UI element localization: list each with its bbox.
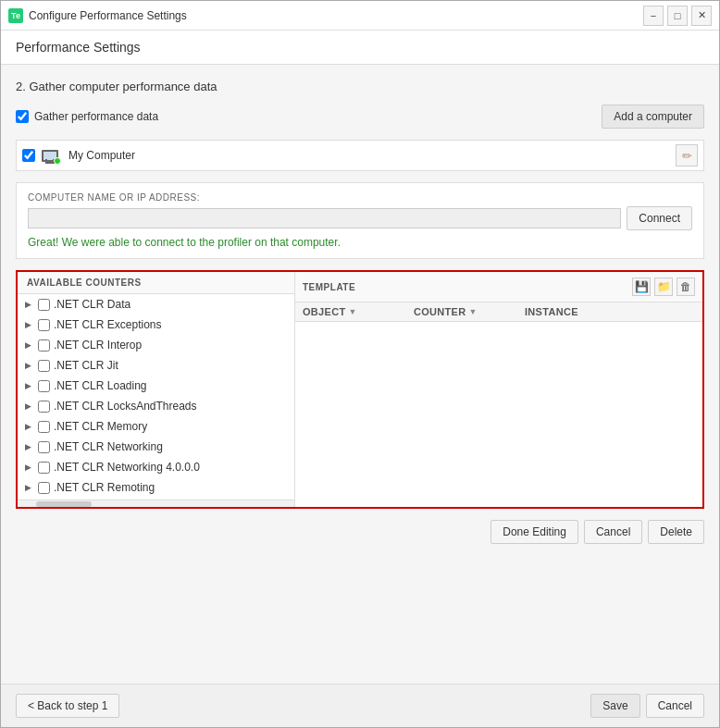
- computer-icon: [41, 148, 59, 163]
- pencil-icon: ✏: [682, 149, 692, 163]
- page-title: Performance Settings: [16, 40, 141, 55]
- ip-row: Connect: [28, 206, 692, 230]
- scrollbar-thumb: [36, 501, 92, 507]
- connect-message: Great! We were able to connect to the pr…: [28, 236, 692, 249]
- cancel-action-button[interactable]: Cancel: [584, 520, 642, 544]
- cancel-button[interactable]: Cancel: [646, 694, 704, 718]
- close-button[interactable]: ✕: [691, 6, 712, 26]
- bottom-bar: < Back to step 1 Save Cancel: [1, 684, 719, 727]
- page-header: Performance Settings: [1, 31, 719, 65]
- horizontal-scrollbar[interactable]: [18, 500, 294, 507]
- folder-icon: 📁: [657, 280, 671, 293]
- done-editing-button[interactable]: Done Editing: [490, 520, 578, 544]
- counter-checkbox-8[interactable]: [38, 462, 50, 474]
- connection-status-dot: [54, 157, 61, 165]
- expand-arrow-icon: ▶: [25, 422, 34, 431]
- maximize-button[interactable]: □: [667, 6, 688, 26]
- gather-label-text: Gather performance data: [34, 110, 158, 123]
- counter-checkbox-2[interactable]: [38, 339, 50, 352]
- counter-label: .NET CLR Exceptions: [54, 318, 162, 331]
- delete-template-button[interactable]: 🗑: [677, 278, 695, 296]
- expand-arrow-icon: ▶: [25, 483, 34, 492]
- counter-item[interactable]: ▶ .NET CLR Networking: [18, 437, 294, 457]
- ip-section: COMPUTER NAME OR IP ADDRESS: Connect Gre…: [16, 182, 704, 259]
- computer-checkbox[interactable]: [22, 149, 35, 162]
- counter-item[interactable]: ▶ .NET CLR LocksAndThreads: [18, 396, 294, 416]
- counter-label: .NET CLR Jit: [54, 359, 118, 372]
- counter-item[interactable]: ▶ .NET CLR Memory: [18, 416, 294, 437]
- available-counters-panel: AVAILABLE COUNTERS ▶ .NET CLR Data ▶ .NE…: [18, 272, 295, 507]
- counter-column-header: COUNTER ▼: [406, 302, 517, 321]
- trash-icon: 🗑: [680, 280, 691, 293]
- counter-label: .NET CLR Loading: [54, 379, 147, 392]
- gather-row: Gather performance data Add a computer: [16, 105, 704, 129]
- counter-label: .NET CLR Interop: [54, 339, 142, 352]
- counter-item[interactable]: ▶ .NET CLR Jit: [18, 355, 294, 376]
- action-row: Done Editing Cancel Delete: [16, 520, 704, 544]
- expand-arrow-icon: ▶: [25, 442, 34, 451]
- ip-label: COMPUTER NAME OR IP ADDRESS:: [28, 192, 692, 203]
- template-header-row: TEMPLATE 💾 📁 🗑: [295, 272, 702, 302]
- expand-arrow-icon: ▶: [25, 401, 34, 411]
- bottom-right-buttons: Save Cancel: [590, 694, 704, 718]
- object-filter-icon[interactable]: ▼: [348, 307, 356, 316]
- window: Te Configure Performance Settings − □ ✕ …: [0, 0, 720, 728]
- minimize-button[interactable]: −: [643, 6, 664, 26]
- save-template-button[interactable]: 💾: [632, 278, 651, 296]
- template-body: [295, 322, 702, 507]
- counter-label: .NET CLR Memory: [54, 420, 147, 433]
- back-button[interactable]: < Back to step 1: [16, 694, 119, 718]
- counter-item[interactable]: ▶ .NET CLR Networking 4.0.0.0: [18, 457, 294, 477]
- computer-name: My Computer: [65, 147, 670, 164]
- step-title: 2. Gather computer performance data: [16, 80, 704, 93]
- counter-checkbox-5[interactable]: [38, 401, 50, 413]
- open-template-button[interactable]: 📁: [654, 278, 673, 296]
- template-panel: TEMPLATE 💾 📁 🗑: [295, 272, 702, 507]
- counter-label: .NET CLR Networking 4.0.0.0: [54, 461, 200, 474]
- edit-computer-button[interactable]: ✏: [676, 144, 698, 167]
- counter-checkbox-7[interactable]: [38, 441, 50, 453]
- connect-button[interactable]: Connect: [627, 206, 692, 230]
- ip-input[interactable]: [28, 208, 621, 228]
- save-icon: 💾: [635, 280, 649, 293]
- main-content: 2. Gather computer performance data Gath…: [1, 65, 719, 684]
- gather-checkbox[interactable]: [16, 110, 29, 123]
- expand-arrow-icon: ▶: [25, 361, 34, 370]
- counter-checkbox-4[interactable]: [38, 380, 50, 392]
- instance-column-header: INSTANCE: [517, 302, 702, 321]
- counter-label: .NET CLR LocksAndThreads: [54, 400, 197, 413]
- template-columns-header: OBJECT ▼ COUNTER ▼ INSTANCE: [295, 302, 702, 322]
- expand-arrow-icon: ▶: [25, 300, 34, 309]
- add-computer-button[interactable]: Add a computer: [602, 105, 704, 129]
- counter-label: .NET CLR Data: [54, 298, 130, 311]
- window-title: Configure Performance Settings: [29, 9, 643, 22]
- expand-arrow-icon: ▶: [25, 463, 34, 472]
- expand-arrow-icon: ▶: [25, 381, 34, 390]
- counter-checkbox-9[interactable]: [38, 482, 50, 494]
- counter-item[interactable]: ▶ .NET CLR Data: [18, 294, 294, 315]
- gather-label[interactable]: Gather performance data: [16, 110, 158, 123]
- template-icon-buttons: 💾 📁 🗑: [632, 278, 695, 296]
- counter-checkbox-6[interactable]: [38, 421, 50, 433]
- template-label: TEMPLATE: [303, 282, 355, 292]
- counter-item[interactable]: ▶ .NET CLR Loading: [18, 376, 294, 396]
- computer-row: My Computer ✏: [16, 140, 704, 171]
- window-controls: − □ ✕: [643, 6, 712, 26]
- counter-item[interactable]: ▶ .NET CLR Remoting: [18, 477, 294, 498]
- counter-checkbox-0[interactable]: [38, 299, 50, 311]
- expand-arrow-icon: ▶: [25, 340, 34, 350]
- counter-checkbox-3[interactable]: [38, 360, 50, 372]
- object-column-header: OBJECT ▼: [295, 302, 406, 321]
- app-icon: Te: [8, 8, 23, 23]
- counter-list: ▶ .NET CLR Data ▶ .NET CLR Exceptions ▶ …: [18, 294, 294, 500]
- counter-label: .NET CLR Networking: [54, 440, 163, 453]
- counter-checkbox-1[interactable]: [38, 319, 50, 331]
- expand-arrow-icon: ▶: [25, 320, 34, 329]
- counter-item[interactable]: ▶ .NET CLR Exceptions: [18, 315, 294, 335]
- counter-label: .NET CLR Remoting: [54, 481, 155, 494]
- delete-action-button[interactable]: Delete: [648, 520, 704, 544]
- counter-filter-icon[interactable]: ▼: [469, 307, 478, 316]
- available-counters-header: AVAILABLE COUNTERS: [18, 272, 294, 294]
- counter-item[interactable]: ▶ .NET CLR Interop: [18, 335, 294, 355]
- save-button[interactable]: Save: [590, 694, 639, 718]
